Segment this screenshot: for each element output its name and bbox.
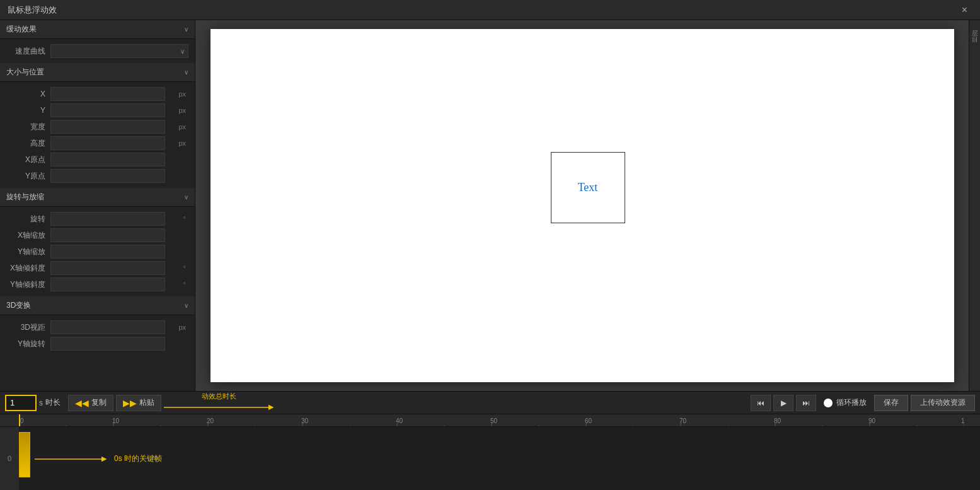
skip-forward-icon: ⏭: [802, 399, 810, 407]
paste-icon: ▶▶: [123, 398, 137, 408]
x-scale-input[interactable]: [50, 228, 165, 242]
y-rotate-3d-label: Y轴旋转: [6, 339, 50, 349]
width-input[interactable]: [50, 120, 165, 134]
duration-input[interactable]: [5, 395, 37, 411]
x-origin-input-wrapper: [50, 153, 188, 166]
section-size-pos-header[interactable]: 大小与位置 ∨: [0, 63, 195, 82]
perspective-label: 3D视距: [6, 322, 50, 333]
main-area: 缓动效果 ∨ 速度曲线 ∨ 大小与位置 ∨: [0, 20, 980, 391]
x-skew-label: X轴倾斜度: [6, 263, 50, 274]
y-skew-input[interactable]: [50, 277, 165, 291]
timeline-track-area[interactable]: 0 0s 时的关键帧: [0, 427, 980, 490]
track-number-label: 0: [8, 455, 11, 462]
skip-forward-button[interactable]: ⏭: [796, 395, 816, 411]
x-scale-row: X轴缩放: [0, 227, 195, 243]
keyframe-block[interactable]: [19, 432, 30, 477]
playback-controls: ⏮ ▶ ⏭: [751, 395, 816, 411]
keyframe-annotation: 0s 时的关键帧: [35, 453, 162, 464]
height-unit: px: [178, 139, 186, 147]
y-skew-label: Y轴倾斜度: [6, 279, 50, 290]
x-scale-input-wrapper: [50, 228, 188, 242]
chevron-3d-icon: ∨: [184, 302, 188, 309]
y-origin-row: Y原点: [0, 168, 195, 184]
section-ease-body: 速度曲线 ∨: [0, 39, 195, 63]
timeline-toolbar: s 时长 ◀◀ 复制 ▶▶ 粘贴 动效总时长: [0, 392, 980, 414]
perspective-input[interactable]: [50, 320, 165, 334]
sidebar-item-2[interactable]: 目: [969, 29, 981, 34]
x-origin-row: X原点: [0, 151, 195, 168]
duration-annotation-area: 动效总时长: [164, 392, 277, 414]
y-origin-input[interactable]: [50, 169, 165, 183]
svg-text:100: 100: [961, 417, 964, 424]
width-label: 宽度: [6, 122, 50, 132]
x-origin-input[interactable]: [50, 153, 165, 166]
svg-text:80: 80: [774, 417, 781, 424]
play-button[interactable]: ▶: [773, 395, 793, 411]
x-row: X px: [0, 86, 195, 102]
section-rotate-scale-title: 旋转与放缩: [6, 192, 44, 202]
play-icon: ▶: [781, 399, 787, 407]
width-input-wrapper: px: [50, 120, 188, 134]
x-input[interactable]: [50, 87, 165, 101]
skip-back-button[interactable]: ⏮: [751, 395, 771, 411]
svg-text:10: 10: [112, 417, 120, 424]
close-button[interactable]: ×: [957, 2, 972, 18]
duration-annotation: 动效总时长: [164, 392, 277, 414]
y-scale-input-wrapper: [50, 245, 188, 259]
track-number: 0: [0, 427, 19, 490]
height-input[interactable]: [50, 136, 165, 150]
rotate-input[interactable]: [50, 212, 165, 226]
chevron-size-pos-icon: ∨: [184, 69, 188, 76]
y-rotate-3d-input[interactable]: [50, 337, 165, 351]
y-rotate-3d-row: Y轴旋转: [0, 335, 195, 352]
upload-button[interactable]: 上传动效资源: [911, 395, 975, 411]
text-element[interactable]: Text: [551, 152, 625, 223]
rotate-unit: °: [183, 215, 186, 223]
y-input[interactable]: [50, 103, 165, 117]
sidebar-item-1[interactable]: 层: [969, 23, 981, 28]
ruler-svg: 0 10 20 30 40 50 60: [19, 414, 964, 427]
loop-toggle[interactable]: [824, 399, 833, 407]
rotate-label: 旋转: [6, 214, 50, 225]
y-skew-input-wrapper: °: [50, 277, 188, 291]
text-element-content: Text: [578, 181, 598, 194]
height-input-wrapper: px: [50, 136, 188, 150]
copy-label: 复制: [91, 397, 107, 408]
copy-button[interactable]: ◀◀ 复制: [68, 395, 113, 411]
section-3d-header[interactable]: 3D变换 ∨: [0, 296, 195, 315]
speed-curve-select[interactable]: [50, 44, 188, 58]
paste-button[interactable]: ▶▶ 粘贴: [116, 395, 161, 411]
y-origin-input-wrapper: [50, 169, 188, 183]
svg-text:70: 70: [679, 417, 687, 424]
y-scale-input[interactable]: [50, 245, 165, 259]
app-window: 鼠标悬浮动效 × 缓动效果 ∨ 速度曲线 ∨: [0, 0, 980, 490]
x-skew-input-wrapper: °: [50, 261, 188, 275]
x-skew-row: X轴倾斜度 °: [0, 260, 195, 276]
svg-text:60: 60: [585, 417, 592, 424]
speed-curve-label: 速度曲线: [6, 46, 50, 57]
save-button[interactable]: 保存: [874, 395, 908, 411]
rotate-row: 旋转 °: [0, 211, 195, 227]
keyframe-arrow: [35, 455, 110, 464]
title-bar: 鼠标悬浮动效 ×: [0, 0, 980, 20]
chevron-rotate-scale-icon: ∨: [184, 194, 188, 201]
speed-curve-select-wrapper: ∨: [50, 44, 188, 58]
x-skew-input[interactable]: [50, 261, 165, 275]
y-skew-row: Y轴倾斜度 °: [0, 276, 195, 293]
x-input-wrapper: px: [50, 87, 188, 101]
section-size-pos-title: 大小与位置: [6, 67, 44, 78]
duration-annotation-arrow: [164, 401, 277, 414]
section-rotate-scale-header[interactable]: 旋转与放缩 ∨: [0, 188, 195, 207]
loop-label: 循环播放: [836, 397, 867, 408]
x-skew-unit: °: [183, 264, 186, 272]
y-rotate-3d-input-wrapper: [50, 337, 188, 351]
copy-icon: ◀◀: [75, 398, 89, 408]
section-ease-header[interactable]: 缓动效果 ∨: [0, 20, 195, 39]
canvas-area[interactable]: Text: [195, 20, 969, 391]
y-scale-label: Y轴缩放: [6, 247, 50, 257]
rotate-input-wrapper: °: [50, 212, 188, 226]
action-buttons: 保存 上传动效资源: [874, 395, 975, 411]
svg-text:90: 90: [868, 417, 876, 424]
svg-text:0: 0: [20, 417, 24, 424]
svg-text:20: 20: [207, 417, 214, 424]
